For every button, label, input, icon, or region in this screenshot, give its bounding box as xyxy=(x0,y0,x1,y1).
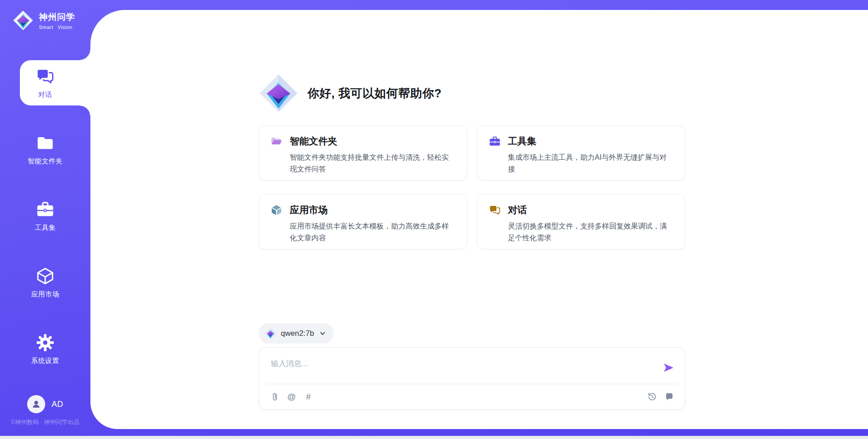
card-title: 应用市场 xyxy=(290,204,328,216)
user-icon xyxy=(30,398,42,410)
user-name: AD xyxy=(52,400,63,409)
model-diamond-icon xyxy=(264,328,276,339)
folder-icon xyxy=(36,134,55,153)
sidebar-item-label: 智能文件夹 xyxy=(28,157,63,166)
history-icon xyxy=(647,392,657,401)
cube-grid-icon xyxy=(270,204,283,216)
card-description: 灵活切换多模型文件，支持多样回复效果调试，满足个性化需求 xyxy=(508,220,674,244)
card-title: 对话 xyxy=(508,204,527,216)
hash-icon: # xyxy=(306,392,311,401)
model-selector[interactable]: qwen2:7b xyxy=(259,323,334,344)
composer-toolbar: @ # xyxy=(259,384,685,409)
chevron-down-icon xyxy=(319,329,326,337)
card-title: 工具集 xyxy=(508,135,537,148)
content-column: 你好, 我可以如何帮助你? 智能文件夹 智能文件夹功能支持批量文件上传与清洗，轻… xyxy=(259,10,685,410)
sidebar-item-settings[interactable]: 系统设置 xyxy=(0,326,90,372)
model-name: qwen2:7b xyxy=(281,329,314,338)
copyright-text: ©神州数码 · 神州问学出品 xyxy=(0,418,90,426)
card-chat[interactable]: 对话 灵活切换多模型文件，支持多样回复效果调试，满足个性化需求 xyxy=(477,194,686,249)
chat-panel-button[interactable] xyxy=(664,392,674,402)
topic-button[interactable]: # xyxy=(303,392,313,402)
folder-open-icon xyxy=(270,135,283,148)
app-subtitle: Smart Vision xyxy=(39,24,75,30)
main-panel: 你好, 我可以如何帮助你? 智能文件夹 智能文件夹功能支持批量文件上传与清洗，轻… xyxy=(90,10,868,429)
card-smart-folder[interactable]: 智能文件夹 智能文件夹功能支持批量文件上传与清洗，轻松实现文件问答 xyxy=(259,125,467,181)
gear-icon xyxy=(36,333,55,352)
card-description: 应用市场提供丰富长文本模板，助力高效生成多样化文章内容 xyxy=(290,220,455,244)
paperclip-icon xyxy=(270,392,280,401)
card-description: 智能文件夹功能支持批量文件上传与清洗，轻松实现文件问答 xyxy=(290,152,455,175)
toolbox-icon xyxy=(489,135,501,148)
brand-diamond-icon xyxy=(259,73,298,113)
chat-icon xyxy=(489,204,501,216)
message-composer: @ # xyxy=(259,347,685,410)
sidebar-item-app-market[interactable]: 应用市场 xyxy=(0,260,90,305)
chat-icon xyxy=(36,67,55,86)
greeting-block: 你好, 我可以如何帮助你? xyxy=(259,10,685,113)
sidebar-item-label: 系统设置 xyxy=(31,357,59,365)
window-bottom-strip xyxy=(0,436,868,439)
send-icon[interactable] xyxy=(662,362,675,374)
sidebar-nav: 对话 智能文件夹 工具集 应用市场 系统设置 xyxy=(0,60,90,393)
model-selector-row: qwen2:7b xyxy=(259,323,685,344)
message-input[interactable] xyxy=(259,348,685,383)
avatar xyxy=(27,395,45,413)
chat-panel-icon xyxy=(665,392,674,401)
card-description: 集成市场上主流工具，助力AI与外界无缝扩展与对接 xyxy=(508,152,674,175)
feature-cards: 智能文件夹 智能文件夹功能支持批量文件上传与清洗，轻松实现文件问答 工具集 集成… xyxy=(259,125,685,249)
at-icon: @ xyxy=(287,392,296,401)
sidebar-item-chat[interactable]: 对话 xyxy=(20,60,90,105)
sidebar-item-toolset[interactable]: 工具集 xyxy=(0,193,90,239)
sidebar: 神州问学 Smart Vision 对话 智能文件夹 工具集 应用市场 系统设置 xyxy=(0,0,90,439)
user-account[interactable]: AD xyxy=(0,395,90,413)
history-button[interactable] xyxy=(647,392,657,402)
card-title: 智能文件夹 xyxy=(290,135,337,148)
app-logo: 神州问学 Smart Vision xyxy=(13,10,75,31)
attach-file-button[interactable] xyxy=(270,392,280,402)
app-title: 神州问学 xyxy=(39,11,75,23)
toolbox-icon xyxy=(36,200,55,219)
sidebar-item-label: 对话 xyxy=(38,91,52,99)
card-app-market[interactable]: 应用市场 应用市场提供丰富长文本模板，助力高效生成多样化文章内容 xyxy=(259,194,467,249)
cube-icon xyxy=(36,267,55,286)
sidebar-item-label: 应用市场 xyxy=(31,290,59,299)
brand-diamond-icon xyxy=(13,10,33,31)
greeting-title: 你好, 我可以如何帮助你? xyxy=(307,86,442,101)
card-toolset[interactable]: 工具集 集成市场上主流工具，助力AI与外界无缝扩展与对接 xyxy=(477,125,686,181)
mention-button[interactable]: @ xyxy=(287,392,297,402)
toolbar-right-group xyxy=(647,392,674,402)
sidebar-item-smart-folder[interactable]: 智能文件夹 xyxy=(0,127,90,172)
sidebar-item-label: 工具集 xyxy=(35,224,56,232)
